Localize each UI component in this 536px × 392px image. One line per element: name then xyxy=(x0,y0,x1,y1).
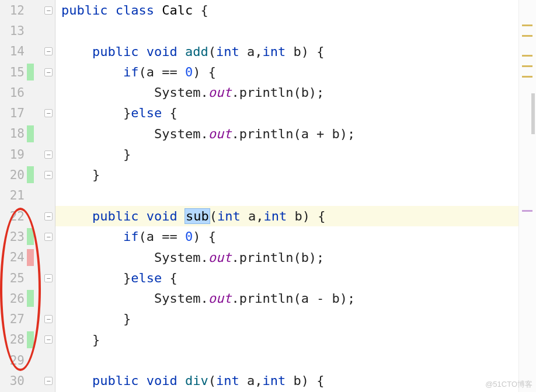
fold-icon[interactable] xyxy=(44,233,53,241)
code-line[interactable]: System.out.println(a - b); xyxy=(55,288,518,309)
selected-identifier[interactable]: sub xyxy=(185,208,210,224)
code-token: if xyxy=(123,229,139,244)
code-token: int xyxy=(262,373,286,388)
code-token: out xyxy=(208,291,232,306)
coverage-marker-green[interactable] xyxy=(27,166,34,183)
code-token xyxy=(107,3,115,18)
fold-icon[interactable] xyxy=(44,47,53,55)
fold-icon[interactable] xyxy=(44,68,53,76)
code-token: ( xyxy=(210,209,217,223)
code-token: System. xyxy=(61,85,208,100)
code-line[interactable]: public void sub(int a,int b) { xyxy=(55,206,518,226)
code-token: b) { xyxy=(286,373,324,388)
code-token: out xyxy=(208,85,232,100)
code-token: int xyxy=(217,209,241,223)
code-line[interactable]: System.out.println(b); xyxy=(55,247,518,268)
fold-icon[interactable] xyxy=(44,315,53,323)
code-line[interactable]: } xyxy=(55,309,518,329)
code-token xyxy=(177,44,185,59)
line-number: 13 xyxy=(0,24,25,38)
code-token: public xyxy=(92,44,138,59)
minimap-marker[interactable] xyxy=(531,93,535,134)
code-line[interactable]: } xyxy=(55,144,518,164)
coverage-marker-green[interactable] xyxy=(27,125,34,142)
code-line[interactable] xyxy=(55,350,518,370)
minimap-marker[interactable] xyxy=(522,35,532,37)
code-area[interactable]: public class Calc { public void add(int … xyxy=(55,0,518,392)
code-token: } xyxy=(61,312,131,326)
code-token: void xyxy=(147,209,177,223)
coverage-marker-green[interactable] xyxy=(27,64,34,80)
coverage-marker-green[interactable] xyxy=(27,228,34,245)
code-token: } xyxy=(61,271,131,285)
line-number: 14 xyxy=(0,44,25,58)
line-number: 12 xyxy=(0,4,25,18)
fold-icon[interactable] xyxy=(44,212,53,220)
fold-icon[interactable] xyxy=(44,6,53,15)
code-token: void xyxy=(147,373,177,388)
code-line[interactable] xyxy=(55,186,518,206)
code-line[interactable]: System.out.println(b); xyxy=(55,82,518,103)
code-token: ) { xyxy=(193,229,216,244)
code-token: 0 xyxy=(185,229,193,244)
code-token xyxy=(61,373,92,388)
coverage-marker-green[interactable] xyxy=(27,290,34,307)
code-line[interactable]: if(a == 0) { xyxy=(55,62,518,82)
code-line[interactable]: if(a == 0) { xyxy=(55,226,518,247)
minimap-marker[interactable] xyxy=(522,65,532,67)
minimap-marker[interactable] xyxy=(522,55,532,57)
code-token xyxy=(138,373,146,388)
code-line[interactable] xyxy=(55,20,518,41)
gutter-row: 19 xyxy=(0,144,55,164)
minimap-marker[interactable] xyxy=(522,76,532,78)
minimap-marker[interactable] xyxy=(522,210,532,212)
coverage-marker-red[interactable] xyxy=(27,249,34,266)
code-token: if xyxy=(123,65,139,79)
code-token: } xyxy=(61,106,131,120)
code-line[interactable]: }else { xyxy=(55,103,518,123)
code-line[interactable]: }else { xyxy=(55,268,518,288)
gutter-row: 22 xyxy=(0,206,55,226)
fold-icon[interactable] xyxy=(44,274,53,282)
minimap-marker[interactable] xyxy=(522,24,532,26)
code-token: (a == xyxy=(138,229,185,244)
line-number: 21 xyxy=(0,188,25,202)
line-number: 26 xyxy=(0,292,25,306)
code-token xyxy=(61,44,92,59)
fold-icon[interactable] xyxy=(44,377,53,385)
coverage-marker-green[interactable] xyxy=(27,331,34,348)
editor-minimap[interactable] xyxy=(518,0,536,392)
gutter-row: 14 xyxy=(0,41,55,62)
code-token: System. xyxy=(61,127,208,141)
code-line[interactable]: } xyxy=(55,164,518,185)
code-token xyxy=(154,3,162,18)
code-token: out xyxy=(208,250,232,265)
code-token: a, xyxy=(241,209,264,223)
code-token: .println(b); xyxy=(231,85,324,100)
code-token: int xyxy=(216,44,239,59)
code-token: System. xyxy=(61,250,208,265)
code-token: Calc xyxy=(162,3,193,18)
fold-icon[interactable] xyxy=(44,335,53,344)
code-line[interactable]: public class Calc { xyxy=(55,0,518,20)
line-number: 27 xyxy=(0,312,25,326)
code-token xyxy=(177,373,185,388)
gutter-row: 17 xyxy=(0,103,55,123)
code-token: class xyxy=(116,3,154,18)
code-line[interactable]: System.out.println(a + b); xyxy=(55,124,518,144)
fold-icon[interactable] xyxy=(44,171,53,179)
code-token: { xyxy=(162,106,177,120)
code-token: ) { xyxy=(193,65,216,79)
code-token: a, xyxy=(239,44,263,59)
code-token: ( xyxy=(208,44,216,59)
code-line[interactable]: public void div(int a,int b) { xyxy=(55,370,518,391)
code-token: (a == xyxy=(138,65,185,79)
code-token: else xyxy=(131,106,162,120)
code-line[interactable]: } xyxy=(55,330,518,350)
code-token: int xyxy=(216,373,239,388)
fold-icon[interactable] xyxy=(44,150,53,159)
code-line[interactable]: public void add(int a,int b) { xyxy=(55,41,518,62)
code-token: .println(b); xyxy=(231,250,324,265)
fold-icon[interactable] xyxy=(44,109,53,117)
code-token: b) { xyxy=(286,44,324,59)
